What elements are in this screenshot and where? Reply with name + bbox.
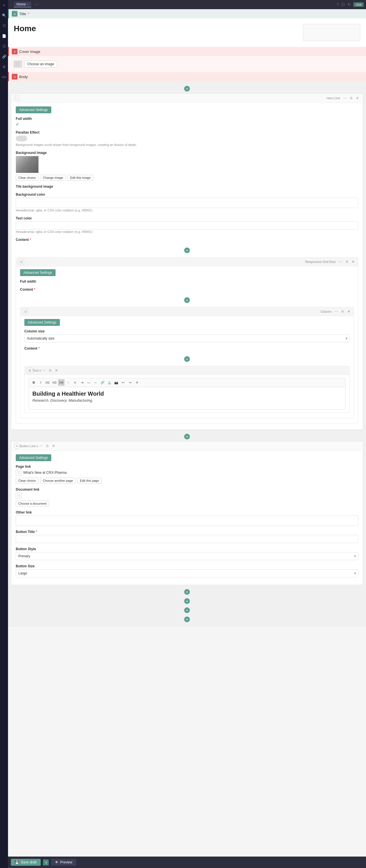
add-block-row-hero: + — [16, 246, 358, 255]
add-block-row-top: + — [11, 84, 363, 93]
button-link-copy[interactable]: ⎘ — [45, 443, 50, 448]
hero-advanced-settings-btn[interactable]: Advanced Settings — [16, 106, 51, 113]
rte-h2-btn[interactable]: H2 — [45, 379, 51, 386]
change-image-button[interactable]: Change image — [40, 175, 66, 181]
responsive-grid-block: ☷ Responsive Grid Row ⋯ ⎘ ✕ Advanced Set… — [16, 257, 358, 424]
add-block-row-1: + — [11, 432, 363, 441]
responsive-grid-delete[interactable]: ✕ — [350, 259, 356, 265]
sidebar-icon-grid[interactable]: ☷ — [1, 43, 7, 49]
rte-h4-btn[interactable]: H4 — [58, 379, 64, 386]
rte-link-btn[interactable]: 🔗 — [100, 379, 106, 386]
add-block-button-hero[interactable]: + — [184, 247, 190, 253]
info-icon[interactable]: ⓘ — [341, 2, 345, 7]
hero-unit-delete[interactable]: ✕ — [355, 96, 360, 101]
text-block-copy[interactable]: ⎘ — [48, 368, 53, 373]
add-block-button-2[interactable]: + — [184, 589, 190, 595]
button-link-advanced-btn[interactable]: Advanced Settings — [16, 454, 51, 461]
other-link-input[interactable] — [16, 516, 358, 526]
add-block-button-3[interactable]: + — [184, 598, 190, 604]
sidebar-icon-link[interactable]: 🔗 — [1, 54, 7, 60]
bg-image-field: Background image Clear choice Change ima… — [16, 151, 358, 181]
button-size-select[interactable]: Large — [16, 569, 358, 577]
topbar-right: ? ⓘ ↻ Unit — [337, 2, 364, 7]
sidebar-icon-file[interactable]: 📄 — [1, 33, 7, 39]
save-draft-label: Save draft — [21, 860, 37, 864]
sidebar-icon-code[interactable]: </> — [1, 74, 7, 80]
sidebar-icon-layers[interactable]: ☷ — [1, 23, 7, 29]
rte-bold-btn[interactable]: B — [31, 379, 37, 386]
button-style-select[interactable]: Primary — [16, 552, 358, 560]
add-block-button-1[interactable]: + — [184, 434, 190, 439]
column-size-select[interactable]: Automatically size — [24, 335, 350, 342]
sidebar-icon-settings[interactable]: ⚙ — [1, 64, 7, 70]
button-link-dots[interactable]: ⋯ — [38, 443, 44, 448]
save-draft-button[interactable]: 💾 Save draft — [11, 859, 41, 866]
button-size-field: Button Size Large — [16, 564, 358, 577]
column-dots[interactable]: ⋯ — [334, 309, 339, 314]
rte-redo-btn[interactable]: ↪ — [127, 379, 133, 386]
page-link-edit-btn[interactable]: Edit this page — [77, 478, 102, 484]
body-toggle[interactable]: ∨ — [12, 74, 18, 80]
bg-color-input[interactable] — [16, 198, 358, 208]
save-draft-toggle[interactable]: ∨ — [43, 860, 49, 865]
choose-image-button[interactable]: Choose an image — [24, 61, 57, 67]
responsive-grid-copy[interactable]: ⎘ — [344, 259, 349, 265]
rte-undo-btn[interactable]: ↩ — [120, 379, 126, 386]
responsive-grid-type-label: Responsive Grid Row — [305, 260, 336, 264]
topbar-tab-dot: ● — [27, 3, 28, 6]
column-delete[interactable]: ✕ — [346, 309, 351, 314]
text-color-input[interactable]: white — [16, 221, 358, 229]
column-body: Advanced Settings Column size Automatica… — [20, 316, 354, 418]
unit-button[interactable]: Unit — [354, 2, 364, 7]
button-link-delete[interactable]: ✕ — [51, 443, 56, 448]
rte-indent-btn[interactable]: ⇥ — [79, 379, 85, 386]
topbar-more-dots[interactable]: ⋯ — [35, 2, 39, 7]
add-block-row-2: + — [11, 587, 363, 596]
rte-clear-btn[interactable]: ✕ — [134, 379, 140, 386]
button-title-input[interactable]: Read Our Blog — [16, 535, 358, 543]
title-toggle[interactable]: ∨ — [12, 11, 18, 17]
page-link-choose-another-btn[interactable]: Choose another page — [40, 478, 76, 484]
refresh-icon[interactable]: ↻ — [348, 3, 350, 7]
page-link-icon: 📄 — [16, 470, 22, 475]
add-block-button-top[interactable]: + — [184, 86, 190, 92]
preview-button[interactable]: 👁 Preview — [51, 859, 77, 866]
rte-image-btn[interactable]: 📷 — [113, 379, 119, 386]
text-block-dots[interactable]: ⋯ — [41, 368, 47, 373]
column-copy[interactable]: ⎘ — [340, 309, 345, 314]
full-width-label: Full width — [16, 117, 358, 121]
grid-content-label: Content * — [20, 287, 354, 291]
sidebar-icon-arrow[interactable]: › — [1, 2, 7, 8]
hero-unit-copy[interactable]: ⎘ — [348, 96, 354, 101]
rte-anchor-btn[interactable]: ⚓ — [106, 379, 113, 386]
responsive-grid-dots[interactable]: ⋯ — [338, 259, 343, 265]
clear-choice-button[interactable]: Clear choice — [16, 175, 38, 181]
cover-toggle[interactable]: ∨ — [12, 49, 18, 54]
rte-hr-btn[interactable]: ↔ — [92, 379, 99, 386]
add-block-button-grid[interactable]: + — [184, 297, 190, 303]
add-block-button-5[interactable]: + — [184, 617, 190, 622]
edit-this-image-button[interactable]: Edit this image — [67, 175, 93, 181]
rte-ul-btn[interactable]: ⁝ — [65, 379, 71, 386]
column-advanced-btn[interactable]: Advanced Settings — [24, 319, 60, 326]
rte-h3-btn[interactable]: H3 — [51, 379, 58, 386]
rte-content[interactable]: Building a Healthier World Research. Dis… — [29, 387, 345, 410]
tile-bg-label: Tile background image — [16, 185, 358, 189]
topbar-back-arrow[interactable]: › — [10, 3, 11, 6]
question-icon[interactable]: ? — [337, 3, 339, 7]
hero-unit-dots[interactable]: ⋯ — [342, 96, 347, 101]
rte-em-dash-btn[interactable]: — — [86, 379, 92, 386]
rte-ol-btn[interactable]: ≡ — [72, 379, 78, 386]
add-block-button-4[interactable]: + — [184, 608, 190, 613]
bg-image-label: Background image — [16, 151, 358, 155]
sidebar-icon-search[interactable]: 🔍 — [1, 12, 7, 18]
page-link-clear-choice-btn[interactable]: Clear choice — [16, 478, 38, 484]
topbar-tab-home[interactable]: Home ● — [14, 2, 31, 7]
responsive-grid-advanced-btn[interactable]: Advanced Settings — [20, 269, 56, 276]
column-content-label: Content * — [24, 346, 350, 350]
rte-toolbar: B I H2 H3 H4 ⁝ ≡ ⇥ — [29, 378, 345, 387]
text-block-delete[interactable]: ✕ — [54, 368, 59, 373]
choose-document-btn[interactable]: Choose a document — [16, 501, 49, 506]
add-block-button-column[interactable]: + — [184, 356, 190, 362]
rte-italic-btn[interactable]: I — [37, 379, 44, 386]
